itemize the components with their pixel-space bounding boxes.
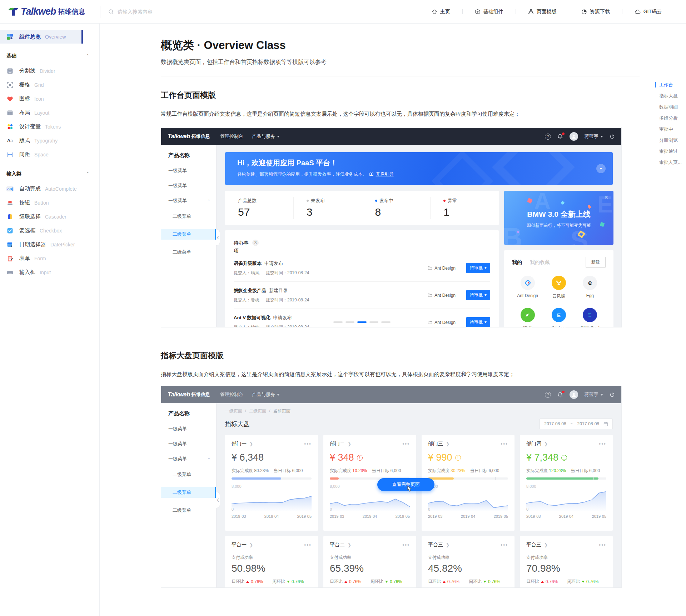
demo-nav-products[interactable]: 产品与服务 — [252, 391, 280, 398]
help-icon[interactable]: ? — [545, 392, 551, 398]
anchor-workbench[interactable]: 工作台 — [655, 79, 682, 90]
sidebar-item-button[interactable]: 按钮 Button — [0, 196, 99, 210]
app-kitchen[interactable]: E Kitchen — [543, 308, 574, 327]
more-icon[interactable]: ••• — [501, 441, 508, 447]
demo-nav-console[interactable]: 管理控制台 — [220, 391, 243, 398]
app-see-conf[interactable]: SEE Conf — [575, 308, 606, 327]
demo-menu-l2-active[interactable]: 二级菜单 — [161, 229, 216, 240]
pagination-dash[interactable] — [357, 321, 367, 323]
more-icon[interactable]: ••• — [304, 542, 312, 548]
demo-menu-l1[interactable]: 一级菜单 — [161, 182, 216, 189]
notification-bell-icon[interactable] — [557, 392, 563, 398]
app-ant-design[interactable]: Ant Design — [512, 276, 543, 299]
sidebar-section-input[interactable]: 输入类⌃ — [0, 171, 99, 177]
more-icon[interactable]: ••• — [402, 441, 410, 447]
more-icon[interactable]: ••• — [599, 542, 606, 548]
platform-card-1: 平台一❯••• 支付成功率 50.98% 日环比0.76% 周环比0.76% — [225, 536, 318, 588]
sidebar-item-tokens[interactable]: 设计变量 Tokens — [0, 120, 99, 134]
sidebar-item-datepicker[interactable]: 日期选择器 DatePicker — [0, 237, 99, 251]
app-yuque[interactable]: 语雀 — [512, 308, 543, 327]
bmw-promo-card[interactable]: B A S E ✕ BMW 3.0 全新上线 因创新而前行，将不可能变为可能 — [504, 191, 613, 245]
site-logo[interactable]: Talkweb 拓维信息 — [0, 6, 100, 17]
power-icon[interactable] — [610, 392, 615, 397]
anchor-dashboard[interactable]: 指标大盘 — [655, 90, 682, 101]
sidebar-collapse-handle[interactable]: ❮ — [216, 492, 220, 508]
pagination-dash[interactable] — [346, 321, 355, 323]
anchor-multi-analysis[interactable]: 多维分析 — [655, 112, 682, 124]
approve-dropdown-button[interactable]: 待审批 — [466, 290, 490, 300]
date-range-picker[interactable]: 2017-08-08~2017-08-08 — [540, 419, 613, 429]
global-search — [108, 9, 419, 15]
approve-dropdown-button[interactable]: 待审批 — [466, 317, 490, 327]
guide-link[interactable]: 开启引导 — [376, 171, 394, 177]
user-menu[interactable]: 蒋蓝宇 — [585, 133, 603, 140]
anchor-facet-browse[interactable]: 分面浏览 — [655, 135, 682, 146]
demo-menu-l2-active[interactable]: 二级菜单 — [161, 487, 216, 498]
demo-menu-l1-expanded[interactable]: 一级菜单⌃ — [161, 197, 216, 204]
nav-item-git[interactable]: GIT码云 — [622, 9, 674, 15]
sidebar-collapse-handle[interactable]: ❮ — [216, 229, 220, 246]
close-icon[interactable]: ✕ — [604, 194, 608, 200]
sidebar-item-typography[interactable]: Aa 版式 Typograhy — [0, 134, 99, 147]
pagination-dash[interactable] — [333, 321, 343, 323]
help-icon[interactable]: ? — [545, 134, 551, 140]
new-button[interactable]: 新建 — [586, 257, 606, 268]
sidebar-item-checkbox[interactable]: 复选框 Checkbox — [0, 224, 99, 237]
demo-menu-l1[interactable]: 一级菜单 — [161, 167, 216, 174]
anchor-approved[interactable]: 审批通过 — [655, 146, 682, 157]
avatar[interactable] — [570, 132, 578, 141]
demo-nav-console[interactable]: 管理控制台 — [220, 133, 243, 140]
sidebar-item-layout[interactable]: 布局 Layout — [0, 106, 99, 120]
more-icon[interactable]: ••• — [402, 542, 410, 548]
demo-menu-l2[interactable]: 二级菜单 — [161, 211, 216, 222]
sidebar-item-input[interactable]: 输入框 Input — [0, 265, 99, 279]
app-egg[interactable]: e Egg — [575, 276, 606, 299]
sidebar-item-divider[interactable]: 分割线 Divider — [0, 64, 99, 78]
pagination-dash[interactable] — [381, 321, 391, 323]
more-icon[interactable]: ••• — [599, 441, 606, 447]
demo-menu-l2[interactable]: 二级菜单 — [161, 469, 216, 480]
pagination-dash[interactable] — [369, 321, 379, 323]
section-heading-dashboard: 指标大盘页面模版 — [161, 350, 622, 361]
sidebar-section-basic[interactable]: 基础⌃ — [0, 53, 99, 59]
grid-icon — [6, 81, 14, 89]
section-desc-workbench: 常规工作台模版页面介绍文案信息，这里是介绍页面的简短信息文案展示处，这个字段可以… — [161, 111, 622, 117]
tab-favorites[interactable]: 我的收藏 — [530, 259, 550, 266]
demo-nav-products[interactable]: 产品与服务 — [252, 133, 280, 140]
notification-bell-icon[interactable] — [557, 134, 563, 140]
banner-collapse-button[interactable] — [596, 164, 606, 173]
view-full-page-button[interactable]: 查看完整页面 — [377, 478, 434, 491]
nav-item-downloads[interactable]: 资源下载 — [569, 9, 622, 15]
demo-menu-l2[interactable]: 二级菜单 — [161, 247, 216, 257]
more-icon[interactable]: ••• — [501, 542, 508, 548]
tab-mine[interactable]: 我的 — [512, 259, 522, 266]
power-icon[interactable] — [610, 134, 615, 139]
sidebar-item-grid[interactable]: 栅格 Grid — [0, 78, 99, 92]
arrow-up-icon — [246, 581, 249, 583]
todo-card: 待办事3 项 语雀升级版本申请发布 提交人：晴风提交时间：2019-08-24 … — [225, 230, 499, 327]
sidebar-item-icon[interactable]: 图标 Icon — [0, 92, 99, 106]
sidebar-item-space[interactable]: 间距 Space — [0, 147, 99, 161]
nav-item-home[interactable]: 主页 — [419, 9, 462, 15]
sidebar-item-overview[interactable]: 组件总览 Overview — [0, 30, 83, 44]
anchor-data-detail[interactable]: 数据明细 — [655, 101, 682, 112]
more-icon[interactable]: ••• — [304, 441, 312, 447]
anchor-approver-page[interactable]: 审批人页... — [655, 157, 682, 168]
sidebar-item-form[interactable]: 表单 Form — [0, 251, 99, 265]
search-input[interactable] — [118, 9, 225, 15]
sidebar-item-cascader[interactable]: 级联选择 Cascader — [0, 210, 99, 224]
sidebar-item-autocomplete[interactable]: AB| 自动完成 AutoComplete — [0, 182, 99, 196]
approve-dropdown-button[interactable]: 待审批 — [466, 263, 490, 273]
demo-menu-l1[interactable]: 一级菜单 — [161, 441, 216, 447]
demo-menu-l1-expanded[interactable]: 一级菜单⌃ — [161, 456, 216, 462]
nav-item-templates[interactable]: 页面模版 — [516, 9, 569, 15]
nav-item-components[interactable]: 基础组件 — [463, 9, 516, 15]
anchor-approving[interactable]: 审批中 — [655, 124, 682, 135]
demo-menu-l1[interactable]: 一级菜单 — [161, 426, 216, 432]
user-menu[interactable]: 蒋蓝宇 — [585, 391, 603, 398]
confetti-shape — [587, 205, 591, 209]
demo-menu-l2[interactable]: 二级菜单 — [161, 505, 216, 516]
todo-item: 语雀升级版本申请发布 提交人：晴风提交时间：2019-08-24 Ant Des… — [234, 255, 490, 282]
avatar[interactable] — [570, 390, 578, 399]
app-yunfengdie[interactable]: 云凤蝶 — [543, 276, 574, 299]
